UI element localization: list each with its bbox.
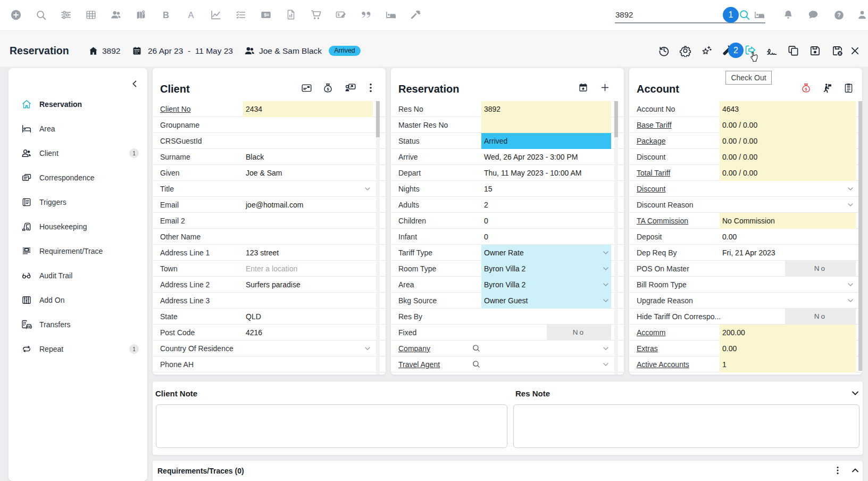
svg-text:$: $ xyxy=(337,12,339,17)
svg-text:$: $ xyxy=(327,86,329,91)
svg-text:$: $ xyxy=(805,86,807,91)
svg-text:A: A xyxy=(188,10,194,20)
svg-text:?: ? xyxy=(837,12,840,18)
svg-text:B: B xyxy=(163,10,169,20)
